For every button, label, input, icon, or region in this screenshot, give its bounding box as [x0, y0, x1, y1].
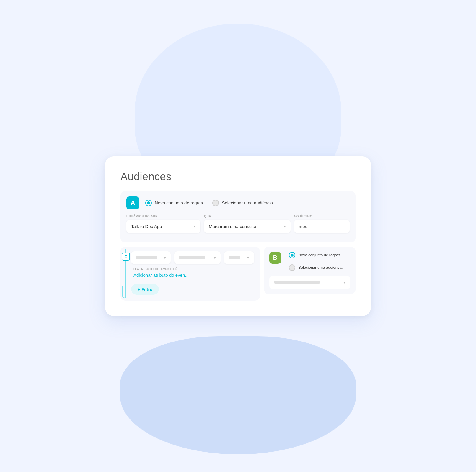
section-a-inner: E ▾ — [120, 247, 260, 301]
chevron-down-icon: ▾ — [194, 224, 196, 229]
filter-col-que: QUE Marcaram uma consulta ▾ — [204, 215, 291, 233]
section-a-header: A Novo conjunto de regras Selecionar uma… — [120, 191, 356, 215]
filter-col-no-ultimo: NO ÚLTIMO mês — [294, 215, 350, 233]
select-app-users-value: Talk to Doc App — [131, 224, 162, 229]
label-no-ultimo: NO ÚLTIMO — [294, 215, 350, 218]
radio-a-new-rules[interactable]: Novo conjunto de regras — [145, 200, 203, 206]
badge-b: B — [269, 252, 281, 264]
filter-row-2: ▾ ▾ ▾ — [131, 251, 254, 264]
radio-label-select-audience: Selecionar uma audiência — [222, 200, 273, 205]
radio-a-select-audience[interactable]: Selecionar uma audiência — [212, 200, 273, 206]
select-no-ultimo-value: mês — [299, 224, 307, 229]
filtro-button[interactable]: + Filtro — [131, 284, 159, 295]
event-attr-section: O ATRIBUTO DO EVENTO É Adicionar atribut… — [131, 268, 254, 278]
section-b-body: ▾ — [264, 276, 356, 294]
chevron-down-icon-5: ▾ — [247, 255, 249, 260]
radio-group-b: Novo conjunto de regras Selecionar uma a… — [289, 252, 350, 271]
select-no-ultimo[interactable]: mês — [294, 220, 350, 233]
select-placeholder-3[interactable]: ▾ — [224, 251, 254, 264]
radio-b-new-rules[interactable]: Novo conjunto de regras — [289, 252, 340, 258]
radio-b-circle-checked — [289, 252, 295, 258]
select-placeholder-2[interactable]: ▾ — [174, 251, 221, 264]
connector-curve — [122, 286, 129, 298]
section-b-dropdown[interactable]: ▾ — [269, 276, 350, 289]
select-app-users[interactable]: Talk to Doc App ▾ — [126, 220, 200, 233]
section-a-body: E ▾ — [120, 247, 260, 301]
chevron-down-icon-2: ▾ — [284, 224, 286, 229]
filter-col-placeholder-1: ▾ — [131, 251, 171, 264]
radio-b-circle-unchecked — [289, 264, 295, 271]
radio-b-label-select-audience: Selecionar uma audiência — [298, 265, 343, 270]
placeholder-bar-2 — [179, 256, 205, 259]
placeholder-bar-3 — [229, 256, 240, 259]
section-b-header: B Novo conjunto de regras Selecionar uma… — [264, 247, 356, 276]
badge-a: A — [126, 196, 139, 209]
filter-col-placeholder-3: ▾ — [224, 251, 254, 264]
filter-col-placeholder-2: ▾ — [174, 251, 221, 264]
event-attr-label: O ATRIBUTO DO EVENTO É — [133, 268, 254, 271]
placeholder-bar-1 — [136, 256, 157, 259]
select-que-value: Marcaram uma consulta — [209, 224, 256, 229]
add-attribute-link[interactable]: Adicionar atributo do even... — [133, 273, 189, 278]
bottom-sections: E ▾ — [120, 247, 356, 301]
main-card: Audiences A Novo conjunto de regras Sele… — [105, 156, 371, 316]
section-b-placeholder-bar — [274, 281, 320, 284]
select-que[interactable]: Marcaram uma consulta ▾ — [204, 220, 291, 233]
connector-col: E — [120, 247, 131, 301]
bg-blob-bottom — [120, 336, 356, 454]
filter-row-1: USUÁRIOS DO APP Talk to Doc App ▾ QUE Ma… — [126, 215, 350, 233]
label-que: QUE — [204, 215, 291, 218]
chevron-down-icon-4: ▾ — [214, 255, 216, 260]
chevron-down-icon-b: ▾ — [343, 280, 345, 285]
e-connector-badge: E — [122, 253, 130, 261]
radio-b-label-new-rules: Novo conjunto de regras — [298, 253, 340, 257]
section-a-top: A Novo conjunto de regras Selecionar uma… — [120, 191, 356, 242]
radio-circle-unchecked — [212, 200, 219, 206]
section-b: B Novo conjunto de regras Selecionar uma… — [264, 247, 356, 294]
radio-label-new-rules: Novo conjunto de regras — [155, 200, 203, 205]
filter-row-1-container: USUÁRIOS DO APP Talk to Doc App ▾ QUE Ma… — [120, 215, 356, 242]
radio-b-select-audience[interactable]: Selecionar uma audiência — [289, 264, 343, 271]
page-title: Audiences — [120, 171, 356, 183]
radio-circle-checked — [145, 200, 152, 206]
section-a-content: ▾ ▾ ▾ — [131, 247, 260, 301]
chevron-down-icon-3: ▾ — [164, 255, 166, 260]
filter-col-app-users: USUÁRIOS DO APP Talk to Doc App ▾ — [126, 215, 200, 233]
radio-group-a: Novo conjunto de regras Selecionar uma a… — [145, 200, 273, 206]
select-placeholder-1[interactable]: ▾ — [131, 251, 171, 264]
label-app-users: USUÁRIOS DO APP — [126, 215, 200, 218]
